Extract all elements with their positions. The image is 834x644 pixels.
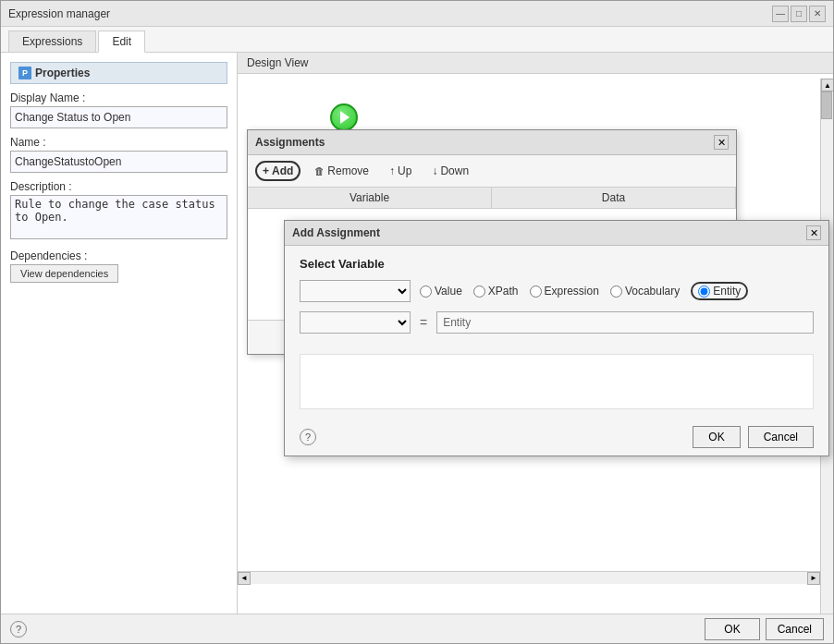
- add-dialog-buttons: OK Cancel: [693, 426, 814, 448]
- add-assignment-title-bar: Add Assignment ✕: [285, 221, 828, 246]
- main-help-icon[interactable]: ?: [10, 621, 27, 638]
- window-close-button[interactable]: ✕: [809, 6, 826, 22]
- tab-expressions[interactable]: Expressions: [8, 30, 96, 52]
- radio-entity[interactable]: Entity: [691, 282, 748, 300]
- add-assignment-title: Add Assignment: [292, 226, 380, 239]
- assignments-table-header: Variable Data: [248, 188, 736, 209]
- title-bar-controls: — □ ✕: [772, 6, 826, 22]
- data-column-header: Data: [492, 188, 736, 208]
- variable-column-header: Variable: [248, 188, 492, 208]
- main-ok-button[interactable]: OK: [705, 618, 759, 640]
- scroll-right-arrow[interactable]: ►: [807, 572, 820, 585]
- display-name-label: Display Name :: [10, 91, 227, 104]
- maximize-button[interactable]: □: [791, 6, 807, 22]
- add-assignment-button[interactable]: + Add: [255, 161, 300, 181]
- bottom-bar: ? OK Cancel: [1, 614, 833, 643]
- main-window: Expression manager — □ ✕ Expressions Edi…: [0, 0, 834, 644]
- window-close-icon: ✕: [814, 8, 821, 18]
- entity-input-row: = Entity: [300, 311, 814, 334]
- down-icon: ↓: [432, 164, 437, 177]
- properties-header: P Properties: [10, 62, 227, 84]
- radio-expression[interactable]: Expression: [530, 285, 599, 298]
- radio-xpath[interactable]: XPath: [473, 285, 519, 298]
- dependencies-section: Dependencies : View dependencies: [10, 249, 227, 283]
- up-button[interactable]: ↑ Up: [383, 162, 418, 180]
- tab-bar: Expressions Edit: [1, 27, 833, 53]
- add-ok-button[interactable]: OK: [693, 426, 740, 448]
- radio-value[interactable]: Value: [420, 285, 462, 298]
- help-icon[interactable]: ?: [300, 429, 316, 445]
- flow-start-node: [330, 103, 358, 131]
- add-assignment-close-button[interactable]: ✕: [806, 225, 821, 240]
- variable-select[interactable]: [300, 280, 411, 302]
- tab-edit[interactable]: Edit: [98, 30, 145, 53]
- remove-icon: 🗑: [314, 165, 325, 176]
- design-view-header: Design View: [238, 53, 833, 74]
- right-panel: Design View ⊞ Set Status: [238, 53, 833, 614]
- dependencies-label: Dependencies :: [10, 249, 227, 262]
- assignments-title-bar: Assignments ✕: [248, 130, 736, 155]
- assignments-close-icon: ✕: [717, 137, 726, 149]
- variable-dropdown-select[interactable]: [300, 311, 411, 334]
- add-close-icon: ✕: [810, 227, 818, 239]
- add-dialog-footer: ? OK Cancel: [285, 419, 828, 456]
- remove-button[interactable]: 🗑 Remove: [308, 162, 375, 180]
- assignment-row: Value XPath Expression: [300, 280, 814, 302]
- content-area: P Properties Display Name : Name : Descr…: [1, 53, 833, 614]
- add-dialog-body: [300, 354, 814, 409]
- scroll-thumb[interactable]: [821, 91, 832, 119]
- left-panel: P Properties Display Name : Name : Descr…: [1, 53, 238, 614]
- display-name-field: Display Name :: [10, 91, 227, 128]
- minimize-icon: —: [776, 8, 785, 18]
- up-icon: ↑: [389, 164, 395, 177]
- name-input[interactable]: [10, 151, 227, 173]
- view-dependencies-button[interactable]: View dependencies: [10, 264, 118, 283]
- description-label: Description :: [10, 180, 227, 193]
- minimize-button[interactable]: —: [772, 6, 789, 22]
- display-name-input[interactable]: [10, 106, 227, 128]
- design-canvas: ⊞ Set Status Assignments ✕: [238, 74, 833, 614]
- assignments-toolbar: + Add 🗑 Remove ↑ Up ↓ D: [248, 155, 736, 188]
- radio-vocabulary[interactable]: Vocabulary: [610, 285, 680, 298]
- properties-icon: P: [18, 67, 31, 79]
- main-cancel-button[interactable]: Cancel: [766, 618, 824, 640]
- radio-group: Value XPath Expression: [420, 282, 748, 300]
- description-input[interactable]: Rule to change the case status to Open.: [10, 195, 227, 239]
- title-bar-left: Expression manager: [8, 7, 110, 20]
- title-bar: Expression manager — □ ✕: [1, 1, 833, 27]
- bottom-buttons: OK Cancel: [705, 618, 824, 640]
- description-field: Description : Rule to change the case st…: [10, 180, 227, 242]
- equals-sign: =: [420, 315, 427, 330]
- maximize-icon: □: [796, 8, 802, 18]
- name-field: Name :: [10, 136, 227, 173]
- assignments-close-button[interactable]: ✕: [714, 135, 729, 150]
- select-variable-label: Select Variable: [300, 257, 814, 271]
- scroll-up-arrow[interactable]: ▲: [821, 79, 833, 91]
- add-assignment-dialog: Add Assignment ✕ Select Variable: [284, 220, 829, 456]
- down-button[interactable]: ↓ Down: [425, 162, 475, 180]
- assignments-title: Assignments: [255, 136, 325, 149]
- add-dialog-content: Select Variable Value: [285, 246, 828, 354]
- add-cancel-button[interactable]: Cancel: [748, 426, 814, 448]
- scroll-left-arrow[interactable]: ◄: [238, 572, 251, 585]
- add-icon: +: [263, 164, 269, 177]
- window-title: Expression manager: [8, 7, 110, 20]
- bottom-scrollbar[interactable]: ◄ ►: [238, 571, 820, 584]
- entity-field: Entity: [436, 311, 814, 334]
- name-label: Name :: [10, 136, 227, 149]
